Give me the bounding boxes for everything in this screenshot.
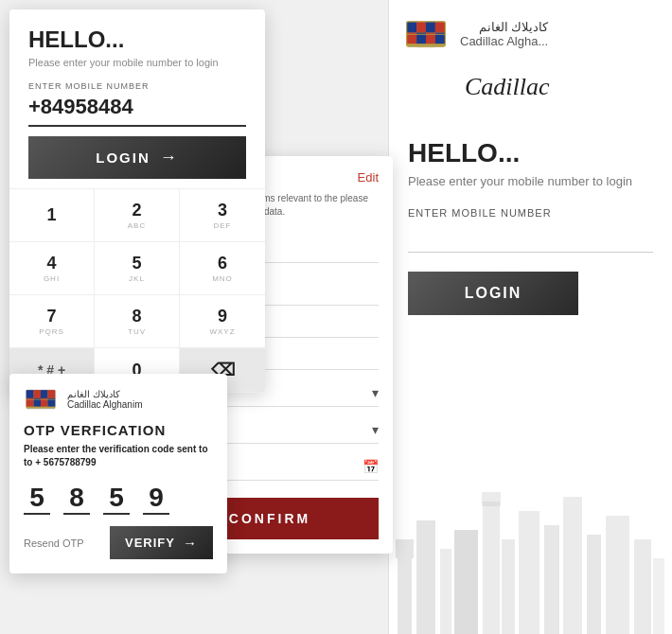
svg-rect-25 [634,539,651,634]
otp-digit-2: 8 [63,483,90,515]
right-panel: كاديلاك الغانم Cadillac Algha... Cadilla… [388,0,672,634]
right-hello-title: HELLO... [408,138,653,168]
svg-rect-4 [435,22,445,33]
otp-subtitle: Please enter the verification code sent … [24,443,213,469]
right-login-button[interactable]: LOGIN [408,272,578,315]
numpad-key-2[interactable]: 2 ABC [95,189,180,242]
otp-brand-arabic: كاديلاك الغانم [67,389,143,399]
otp-logo-row: كاديلاك الغانم Cadillac Alghanim [24,388,213,411]
svg-rect-12 [398,558,412,634]
otp-brand-english: Cadillac Alghanim [67,399,143,410]
right-enter-label: ENTER MOBILE NUMBER [408,207,653,219]
cadillac-brand-right: كاديلاك الغانم Cadillac Algha... [460,20,548,48]
svg-rect-31 [47,390,55,398]
login-hello-title: HELLO... [28,26,246,53]
resend-row: Resend OTP VERIFY → [24,526,213,559]
right-panel-header: كاديلاك الغانم Cadillac Algha... [389,0,672,68]
numpad-key-1[interactable]: 1 [9,189,95,242]
numpad-key-4[interactable]: 4 GHI [9,242,95,295]
otp-digit-1: 5 [24,483,50,515]
brand-arabic-right: كاديلاك الغانم [460,20,548,34]
svg-rect-28 [27,390,34,398]
cadillac-logo-otp [24,388,58,411]
login-subtitle: Please enter your mobile number to login [28,57,246,68]
numpad-key-3[interactable]: 3 DEF [180,189,265,242]
cadillac-script-right: Cadillac [389,68,672,114]
svg-rect-3 [426,22,435,33]
svg-rect-17 [483,502,500,634]
otp-digit-4: 9 [143,483,169,515]
otp-digits: 5 8 5 9 [24,483,213,515]
city-silhouette [388,445,672,634]
otp-digit-3: 5 [103,483,130,515]
otp-title: OTP VERFICATION [24,422,213,438]
svg-rect-19 [502,539,515,634]
numpad-key-6[interactable]: 6 MNO [180,242,265,295]
otp-phone: to + 5675788799 [24,457,96,467]
svg-rect-16 [454,530,478,634]
login-enter-label: ENTER MOBILE NUMBER [28,81,246,91]
login-btn-label: LOGIN [96,150,150,166]
svg-rect-13 [396,539,414,558]
svg-text:Cadillac: Cadillac [465,73,550,100]
login-card-top: HELLO... Please enter your mobile number… [9,9,265,188]
brand-english-right: Cadillac Algha... [460,34,548,48]
svg-rect-29 [34,390,41,398]
otp-brand: كاديلاك الغانم Cadillac Alghanim [67,389,143,410]
svg-rect-26 [653,558,664,634]
login-button[interactable]: LOGIN → [28,136,246,179]
svg-rect-1 [407,22,416,33]
svg-rect-20 [519,511,539,634]
svg-rect-2 [416,22,426,33]
resend-otp-link[interactable]: Resend OTP [24,537,84,549]
verify-btn-label: VERIFY [125,536,175,550]
numpad-key-9[interactable]: 9 WXYZ [180,295,265,348]
numpad: 1 2 ABC 3 DEF 4 GHI 5 JKL 6 MNO 7 PQRS 8… [9,188,265,393]
numpad-key-5[interactable]: 5 JKL [95,242,180,295]
svg-rect-14 [416,520,435,634]
svg-rect-23 [587,535,601,634]
profile-edit-link[interactable]: Edit [358,170,379,185]
numpad-key-7[interactable]: 7 PQRS [9,295,95,348]
right-subtitle: Please enter your mobile number to login [408,174,653,188]
cadillac-logo-right [403,19,449,49]
calendar-icon: 📅 [363,459,379,474]
svg-rect-22 [563,497,582,634]
nationality-chevron-icon: ▾ [372,422,379,437]
right-login-box: HELLO... Please enter your mobile number… [389,114,672,339]
numpad-key-8[interactable]: 8 TUV [95,295,180,348]
svg-rect-24 [606,516,629,634]
right-mobile-input[interactable] [408,224,653,253]
login-arrow-icon: → [160,148,179,167]
svg-rect-21 [544,525,559,634]
verify-button[interactable]: VERIFY → [110,526,213,559]
login-card: HELLO... Please enter your mobile number… [9,9,265,393]
svg-rect-30 [41,390,47,398]
verify-arrow-icon: → [183,535,198,551]
otp-card: كاديلاك الغانم Cadillac Alghanim OTP VER… [9,374,227,573]
gender-chevron-icon: ▾ [372,385,379,400]
svg-rect-18 [482,492,501,506]
login-phone-display: +84958484 [28,95,246,127]
svg-rect-15 [440,549,451,634]
